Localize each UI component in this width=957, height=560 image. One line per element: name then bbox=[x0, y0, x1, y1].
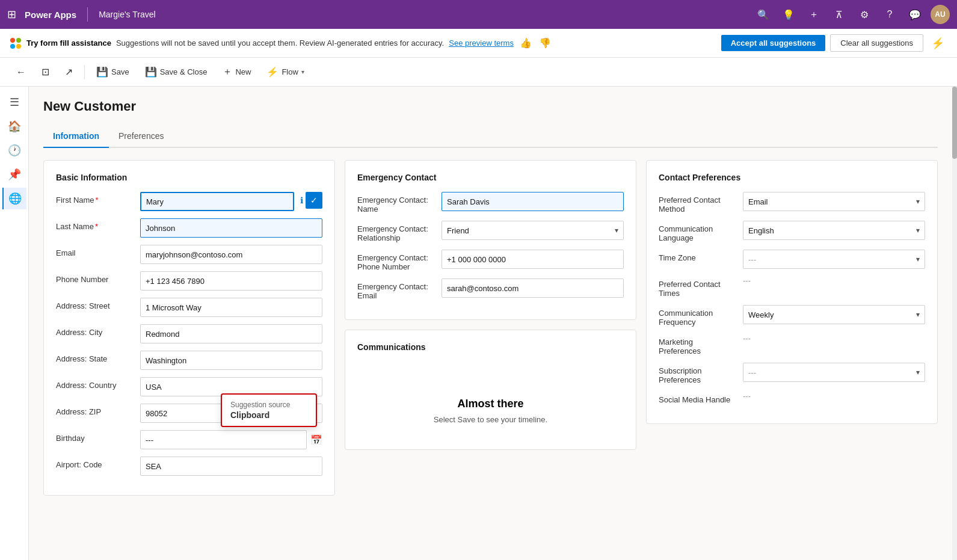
field-row-last-name: Last Name* bbox=[56, 218, 322, 238]
field-row-airport-code: Airport: Code bbox=[56, 457, 322, 476]
sidebar-menu-icon[interactable]: ☰ bbox=[4, 91, 25, 113]
accept-all-button[interactable]: Accept all suggestions bbox=[721, 35, 826, 51]
city-input[interactable] bbox=[140, 324, 322, 343]
svg-point-3 bbox=[16, 44, 21, 49]
field-row-comm-freq: Communication Frequency Weekly ▾ bbox=[659, 305, 925, 327]
settings-icon[interactable]: ⚙ bbox=[855, 5, 874, 24]
ai-preview-terms-link[interactable]: See preview terms bbox=[449, 38, 514, 48]
flow-button[interactable]: ⚡ Flow ▾ bbox=[260, 63, 310, 81]
add-icon[interactable]: ＋ bbox=[804, 5, 823, 24]
marketing-label: Marketing Preferences bbox=[659, 334, 737, 355]
restore-icon: ⊡ bbox=[42, 66, 49, 78]
social-value: --- bbox=[743, 392, 751, 401]
ec-rel-value: Friend bbox=[447, 226, 469, 235]
field-row-ec-name: Emergency Contact: Name bbox=[357, 192, 624, 214]
field-row-phone: Phone Number bbox=[56, 271, 322, 291]
ec-phone-input[interactable] bbox=[442, 250, 624, 269]
avatar[interactable]: AU bbox=[931, 5, 950, 24]
contact-method-select[interactable]: Email ▾ bbox=[743, 192, 925, 211]
comm-lang-arrow: ▾ bbox=[916, 226, 920, 235]
search-icon[interactable]: 🔍 bbox=[754, 5, 773, 24]
copilot-icon[interactable]: ⚡ bbox=[928, 34, 947, 53]
subscription-select[interactable]: --- ▾ bbox=[743, 363, 925, 382]
street-label: Address: Street bbox=[56, 298, 134, 310]
thumbs-up-icon[interactable]: 👍 bbox=[520, 37, 532, 49]
first-name-actions: ℹ ✓ bbox=[300, 192, 322, 209]
save-close-button[interactable]: 💾 Save & Close bbox=[138, 63, 214, 81]
field-row-contact-times: Preferred Contact Times --- bbox=[659, 276, 925, 298]
left-sidebar: ☰ 🏠 🕐 📌 🌐 bbox=[0, 87, 29, 560]
last-name-required: * bbox=[95, 222, 98, 231]
phone-label: Phone Number bbox=[56, 271, 134, 284]
redirect-button[interactable]: ↗ bbox=[58, 63, 79, 81]
comm-freq-label: Communication Frequency bbox=[659, 305, 737, 327]
calendar-icon[interactable]: 📅 bbox=[310, 434, 322, 446]
birthday-label: Birthday bbox=[56, 430, 134, 443]
field-row-ec-phone: Emergency Contact: Phone Number bbox=[357, 250, 624, 271]
ec-rel-arrow: ▾ bbox=[615, 226, 618, 235]
new-button[interactable]: ＋ New bbox=[216, 62, 257, 82]
sidebar-pin-icon[interactable]: 📌 bbox=[4, 164, 25, 185]
help-icon[interactable]: ? bbox=[880, 5, 899, 24]
first-name-input[interactable] bbox=[140, 192, 294, 211]
main-layout: ☰ 🏠 🕐 📌 🌐 New Customer Information Prefe… bbox=[0, 87, 957, 560]
birthday-input[interactable] bbox=[140, 430, 307, 449]
almost-there-title: Almost there bbox=[369, 398, 612, 410]
field-row-state: Address: State bbox=[56, 351, 322, 370]
contact-preferences-section: Contact Preferences Preferred Contact Me… bbox=[646, 160, 938, 424]
basic-info-title: Basic Information bbox=[56, 173, 322, 182]
right-scrollbar[interactable] bbox=[952, 87, 957, 560]
field-row-city: Address: City bbox=[56, 324, 322, 343]
email-input[interactable] bbox=[140, 245, 322, 264]
flow-dropdown-arrow: ▾ bbox=[301, 69, 304, 75]
emergency-contact-title: Emergency Contact bbox=[357, 173, 624, 182]
street-input[interactable] bbox=[140, 298, 322, 317]
ec-rel-select[interactable]: Friend ▾ bbox=[442, 221, 624, 240]
timezone-select[interactable]: --- ▾ bbox=[743, 250, 925, 269]
field-row-email: Email bbox=[56, 245, 322, 264]
field-row-birthday: Birthday 📅 bbox=[56, 430, 322, 449]
subscription-value: --- bbox=[748, 368, 756, 377]
clear-all-button[interactable]: Clear all suggestions bbox=[830, 34, 923, 52]
almost-there-text: Select Save to see your timeline. bbox=[369, 415, 612, 424]
ec-name-input[interactable] bbox=[442, 192, 624, 211]
timezone-label: Time Zone bbox=[659, 250, 737, 262]
suggestion-popup: Suggestion source Clipboard bbox=[221, 393, 317, 427]
first-name-label: First Name* bbox=[56, 192, 134, 205]
chat-icon[interactable]: 💬 bbox=[905, 5, 925, 24]
phone-input[interactable] bbox=[140, 271, 322, 291]
sidebar-recent-icon[interactable]: 🕐 bbox=[4, 140, 25, 161]
communications-title: Communications bbox=[357, 342, 624, 352]
field-row-comm-lang: Communication Language English ▾ bbox=[659, 221, 925, 242]
restore-button[interactable]: ⊡ bbox=[35, 63, 56, 81]
lightbulb-icon[interactable]: 💡 bbox=[779, 5, 798, 24]
social-label: Social Media Handle bbox=[659, 392, 737, 404]
nav-divider bbox=[87, 7, 88, 22]
new-plus-icon: ＋ bbox=[223, 66, 232, 78]
back-button[interactable]: ← bbox=[10, 63, 32, 81]
subscription-label: Subscription Preferences bbox=[659, 363, 737, 384]
comm-freq-select[interactable]: Weekly ▾ bbox=[743, 305, 925, 324]
zip-label: Address: ZIP bbox=[56, 404, 134, 416]
airport-code-input[interactable] bbox=[140, 457, 322, 476]
ec-email-input[interactable] bbox=[442, 278, 624, 298]
tab-preferences[interactable]: Preferences bbox=[109, 126, 173, 148]
tab-information[interactable]: Information bbox=[43, 126, 109, 148]
comm-lang-select[interactable]: English ▾ bbox=[743, 221, 925, 240]
thumbs-down-icon[interactable]: 👎 bbox=[539, 37, 551, 49]
sidebar-globe-icon[interactable]: 🌐 bbox=[2, 188, 26, 209]
sidebar-home-icon[interactable]: 🏠 bbox=[4, 115, 25, 137]
email-label: Email bbox=[56, 245, 134, 257]
form-sections: Basic Information First Name* ℹ ✓ Last bbox=[43, 160, 938, 496]
grid-menu-icon[interactable]: ⊞ bbox=[7, 8, 16, 21]
filter-icon[interactable]: ⊼ bbox=[829, 5, 849, 24]
ec-rel-label: Emergency Contact: Relationship bbox=[357, 221, 435, 242]
save-button[interactable]: 💾 Save bbox=[90, 63, 136, 81]
last-name-input[interactable] bbox=[140, 218, 322, 238]
field-row-ec-email: Emergency Contact: Email bbox=[357, 278, 624, 300]
state-input[interactable] bbox=[140, 351, 322, 370]
accept-first-name-btn[interactable]: ✓ bbox=[306, 192, 322, 209]
field-row-marketing: Marketing Preferences --- bbox=[659, 334, 925, 355]
timezone-arrow: ▾ bbox=[916, 255, 920, 263]
info-icon[interactable]: ℹ bbox=[300, 195, 303, 205]
